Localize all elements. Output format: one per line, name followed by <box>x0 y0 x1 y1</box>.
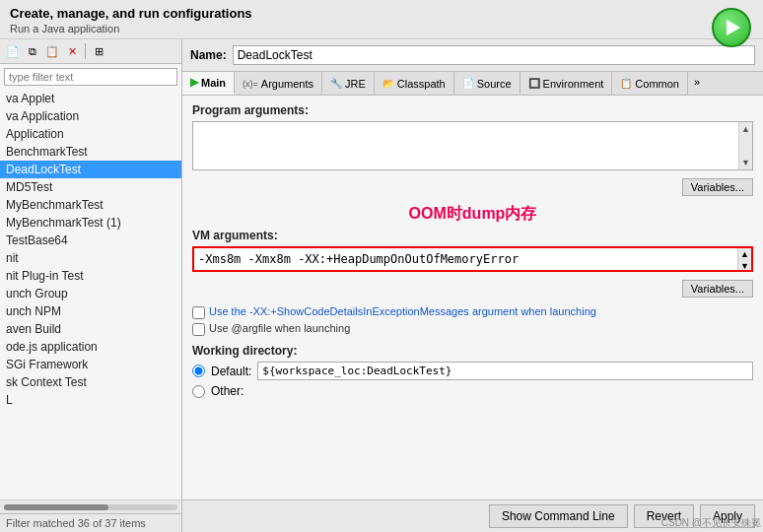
duplicate-button[interactable]: ⧉ <box>24 42 41 60</box>
annotation-text: OOM时dump内存 <box>192 204 753 225</box>
tab-arguments[interactable]: (x)= Arguments <box>235 72 322 95</box>
config-body: Program arguments: ▲ ▼ Variables... <box>182 96 763 499</box>
tab-main[interactable]: ▶ Main <box>182 72 235 95</box>
list-item[interactable]: MyBenchmarkTest (1) <box>0 214 181 232</box>
default-dir-input[interactable] <box>257 362 753 380</box>
watermark: CSDN @不见长安殊冕 <box>661 516 761 530</box>
vm-scroll-down[interactable]: ▼ <box>739 260 750 272</box>
list-item[interactable]: unch Group <box>0 285 181 302</box>
arguments-tab-icon: (x)= <box>243 79 258 89</box>
show-command-button[interactable]: Show Command Line <box>489 504 628 528</box>
scroll-up-arrow[interactable]: ▲ <box>739 122 753 136</box>
scroll-down-arrow[interactable]: ▼ <box>739 156 753 169</box>
filter-button[interactable]: ⊞ <box>90 42 107 60</box>
show-code-details-checkbox[interactable] <box>192 306 205 319</box>
tab-common[interactable]: 📋 Common <box>612 72 688 95</box>
page-title: Create, manage, and run configurations <box>10 6 753 21</box>
toolbar-separator <box>85 43 86 59</box>
tab-source[interactable]: 📄 Source <box>454 72 520 95</box>
default-radio[interactable] <box>192 365 205 377</box>
list-item[interactable]: BenchmarkTest <box>0 143 181 161</box>
tab-environment[interactable]: 🔲 Environment <box>520 72 613 95</box>
vm-scroll-up[interactable]: ▲ <box>739 248 750 260</box>
list-item[interactable]: va Applet <box>0 90 181 107</box>
tab-jre[interactable]: 🔧 JRE <box>322 72 375 95</box>
page-subtitle: Run a Java application <box>10 23 753 34</box>
tabs-row: ▶ Main (x)= Arguments 🔧 JRE 📂 Classpath … <box>182 72 763 96</box>
vm-variables-button[interactable]: Variables... <box>682 280 753 298</box>
show-code-details-label: Use the -XX:+ShowCodeDetailsInExceptionM… <box>209 305 596 317</box>
env-tab-icon: 🔲 <box>528 78 540 89</box>
use-argfile-checkbox[interactable] <box>192 323 205 336</box>
classpath-tab-icon: 📂 <box>382 78 394 89</box>
config-list: va Applet va Application Application Ben… <box>0 90 181 499</box>
list-item[interactable]: unch NPM <box>0 302 181 320</box>
tab-more-button[interactable]: » <box>688 72 706 95</box>
main-tab-icon: ▶ <box>190 76 198 89</box>
vm-args-label: VM arguments: <box>192 229 753 242</box>
list-item[interactable]: TestBase64 <box>0 232 181 249</box>
list-item[interactable]: L <box>0 391 181 409</box>
list-item[interactable]: MyBenchmarkTest <box>0 196 181 214</box>
other-radio-label: Other: <box>211 384 243 398</box>
list-item[interactable]: aven Build <box>0 320 181 338</box>
default-radio-label: Default: <box>211 365 251 378</box>
program-args-label: Program arguments: <box>192 103 753 117</box>
program-variables-button[interactable]: Variables... <box>682 178 753 196</box>
list-item[interactable]: ode.js application <box>0 338 181 356</box>
list-item[interactable]: va Application <box>0 107 181 125</box>
list-item[interactable]: sk Context Test <box>0 373 181 391</box>
source-tab-icon: 📄 <box>462 78 474 89</box>
jre-tab-icon: 🔧 <box>330 78 342 89</box>
other-radio[interactable] <box>192 385 205 398</box>
list-item[interactable]: nit <box>0 249 181 267</box>
list-item-selected[interactable]: DeadLockTest <box>0 161 181 178</box>
tab-classpath[interactable]: 📂 Classpath <box>375 72 454 95</box>
use-argfile-label: Use @argfile when launching <box>209 322 350 334</box>
working-dir-label: Working directory: <box>192 344 753 358</box>
program-args-input[interactable] <box>193 122 752 169</box>
filter-input[interactable] <box>4 68 177 86</box>
name-input[interactable] <box>233 45 755 65</box>
list-item[interactable]: Application <box>0 125 181 143</box>
list-item[interactable]: MD5Test <box>0 178 181 196</box>
copy-button[interactable]: 📋 <box>43 42 61 60</box>
common-tab-icon: 📋 <box>620 78 632 89</box>
delete-button[interactable]: ✕ <box>63 42 81 60</box>
run-button[interactable] <box>712 8 751 47</box>
filter-status: Filter matched 36 of 37 items <box>0 513 181 532</box>
list-item[interactable]: SGi Framework <box>0 356 181 373</box>
vm-args-text: -Xms8m -Xmx8m -XX:+HeapDumpOnOutOfMemory… <box>198 252 747 266</box>
list-item[interactable]: nit Plug-in Test <box>0 267 181 285</box>
name-label: Name: <box>190 48 227 62</box>
new-config-button[interactable]: 📄 <box>4 42 22 60</box>
